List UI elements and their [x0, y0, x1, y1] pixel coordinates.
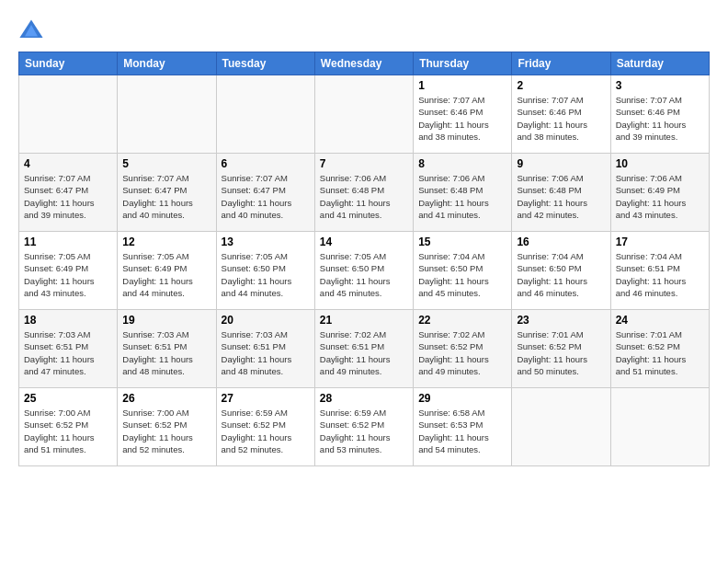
- day-info: Sunrise: 7:06 AM Sunset: 6:48 PM Dayligh…: [320, 172, 408, 221]
- day-info: Sunrise: 7:02 AM Sunset: 6:51 PM Dayligh…: [320, 328, 408, 377]
- calendar-body: 1Sunrise: 7:07 AM Sunset: 6:46 PM Daylig…: [19, 75, 710, 466]
- day-info: Sunrise: 7:06 AM Sunset: 6:48 PM Dayligh…: [517, 172, 605, 221]
- day-number: 4: [24, 157, 112, 170]
- logo-icon: [18, 18, 44, 44]
- calendar-cell: 13Sunrise: 7:05 AM Sunset: 6:50 PM Dayli…: [216, 232, 314, 310]
- calendar-week-2: 4Sunrise: 7:07 AM Sunset: 6:47 PM Daylig…: [19, 154, 710, 232]
- day-number: 29: [418, 392, 506, 405]
- calendar-cell: 14Sunrise: 7:05 AM Sunset: 6:50 PM Dayli…: [314, 232, 413, 310]
- calendar-cell: 2Sunrise: 7:07 AM Sunset: 6:46 PM Daylig…: [512, 75, 610, 154]
- day-info: Sunrise: 7:06 AM Sunset: 6:49 PM Dayligh…: [616, 172, 704, 221]
- day-info: Sunrise: 7:02 AM Sunset: 6:52 PM Dayligh…: [418, 328, 506, 377]
- calendar-cell: 29Sunrise: 6:58 AM Sunset: 6:53 PM Dayli…: [414, 388, 512, 466]
- day-number: 8: [418, 157, 506, 170]
- day-info: Sunrise: 6:59 AM Sunset: 6:52 PM Dayligh…: [222, 407, 310, 455]
- calendar-cell: 5Sunrise: 7:07 AM Sunset: 6:47 PM Daylig…: [118, 154, 216, 232]
- column-header-thursday: Thursday: [414, 52, 512, 75]
- day-info: Sunrise: 7:07 AM Sunset: 6:46 PM Dayligh…: [616, 94, 704, 143]
- calendar-week-3: 11Sunrise: 7:05 AM Sunset: 6:49 PM Dayli…: [19, 232, 710, 310]
- day-info: Sunrise: 7:07 AM Sunset: 6:47 PM Dayligh…: [24, 172, 112, 221]
- day-info: Sunrise: 7:03 AM Sunset: 6:51 PM Dayligh…: [222, 328, 310, 377]
- calendar-cell: 7Sunrise: 7:06 AM Sunset: 6:48 PM Daylig…: [314, 154, 413, 232]
- calendar-week-4: 18Sunrise: 7:03 AM Sunset: 6:51 PM Dayli…: [19, 310, 710, 388]
- day-info: Sunrise: 7:05 AM Sunset: 6:49 PM Dayligh…: [24, 250, 112, 299]
- day-info: Sunrise: 7:05 AM Sunset: 6:49 PM Dayligh…: [122, 250, 210, 299]
- day-info: Sunrise: 7:00 AM Sunset: 6:52 PM Dayligh…: [24, 407, 112, 455]
- logo: [18, 18, 48, 44]
- day-info: Sunrise: 7:06 AM Sunset: 6:48 PM Dayligh…: [418, 172, 506, 221]
- calendar-cell: 26Sunrise: 7:00 AM Sunset: 6:52 PM Dayli…: [118, 388, 216, 466]
- day-number: 1: [418, 79, 506, 92]
- day-info: Sunrise: 7:01 AM Sunset: 6:52 PM Dayligh…: [616, 328, 704, 377]
- calendar-cell: [216, 75, 314, 154]
- calendar-cell: [118, 75, 216, 154]
- day-number: 26: [122, 392, 210, 405]
- calendar-cell: 28Sunrise: 6:59 AM Sunset: 6:52 PM Dayli…: [314, 388, 413, 466]
- calendar-cell: 1Sunrise: 7:07 AM Sunset: 6:46 PM Daylig…: [414, 75, 512, 154]
- column-header-friday: Friday: [512, 52, 610, 75]
- calendar-cell: 27Sunrise: 6:59 AM Sunset: 6:52 PM Dayli…: [216, 388, 314, 466]
- day-number: 27: [222, 392, 310, 405]
- calendar-cell: 17Sunrise: 7:04 AM Sunset: 6:51 PM Dayli…: [610, 232, 709, 310]
- calendar-cell: 23Sunrise: 7:01 AM Sunset: 6:52 PM Dayli…: [512, 310, 610, 388]
- calendar-cell: 19Sunrise: 7:03 AM Sunset: 6:51 PM Dayli…: [118, 310, 216, 388]
- calendar-cell: 16Sunrise: 7:04 AM Sunset: 6:50 PM Dayli…: [512, 232, 610, 310]
- day-number: 25: [24, 392, 112, 405]
- calendar-cell: 8Sunrise: 7:06 AM Sunset: 6:48 PM Daylig…: [414, 154, 512, 232]
- calendar-cell: 3Sunrise: 7:07 AM Sunset: 6:46 PM Daylig…: [610, 75, 709, 154]
- column-header-sunday: Sunday: [19, 52, 118, 75]
- day-number: 15: [418, 236, 506, 248]
- day-number: 13: [222, 236, 310, 248]
- day-number: 14: [320, 236, 408, 248]
- day-info: Sunrise: 7:00 AM Sunset: 6:52 PM Dayligh…: [122, 407, 210, 455]
- column-header-monday: Monday: [118, 52, 216, 75]
- calendar-cell: 11Sunrise: 7:05 AM Sunset: 6:49 PM Dayli…: [19, 232, 118, 310]
- day-info: Sunrise: 7:07 AM Sunset: 6:47 PM Dayligh…: [222, 172, 310, 221]
- day-number: 9: [517, 157, 605, 170]
- calendar-week-5: 25Sunrise: 7:00 AM Sunset: 6:52 PM Dayli…: [19, 388, 710, 466]
- calendar-cell: 21Sunrise: 7:02 AM Sunset: 6:51 PM Dayli…: [314, 310, 413, 388]
- calendar-week-1: 1Sunrise: 7:07 AM Sunset: 6:46 PM Daylig…: [19, 75, 710, 154]
- day-number: 2: [517, 79, 605, 92]
- column-header-wednesday: Wednesday: [314, 52, 413, 75]
- day-number: 6: [222, 157, 310, 170]
- calendar-cell: 25Sunrise: 7:00 AM Sunset: 6:52 PM Dayli…: [19, 388, 118, 466]
- calendar-cell: [512, 388, 610, 466]
- day-info: Sunrise: 7:04 AM Sunset: 6:50 PM Dayligh…: [418, 250, 506, 299]
- calendar-cell: [19, 75, 118, 154]
- calendar-table: SundayMondayTuesdayWednesdayThursdayFrid…: [18, 52, 710, 466]
- day-info: Sunrise: 7:01 AM Sunset: 6:52 PM Dayligh…: [517, 328, 605, 377]
- column-header-saturday: Saturday: [610, 52, 709, 75]
- page-header: [18, 18, 710, 44]
- day-info: Sunrise: 7:07 AM Sunset: 6:47 PM Dayligh…: [122, 172, 210, 221]
- day-number: 20: [222, 314, 310, 327]
- day-info: Sunrise: 7:07 AM Sunset: 6:46 PM Dayligh…: [517, 94, 605, 143]
- day-info: Sunrise: 6:58 AM Sunset: 6:53 PM Dayligh…: [418, 407, 506, 455]
- day-info: Sunrise: 7:07 AM Sunset: 6:46 PM Dayligh…: [418, 94, 506, 143]
- day-number: 3: [616, 79, 704, 92]
- day-number: 24: [616, 314, 704, 327]
- day-info: Sunrise: 7:05 AM Sunset: 6:50 PM Dayligh…: [222, 250, 310, 299]
- day-number: 11: [24, 236, 112, 248]
- day-number: 28: [320, 392, 408, 405]
- day-number: 22: [418, 314, 506, 327]
- calendar-header: SundayMondayTuesdayWednesdayThursdayFrid…: [19, 52, 710, 75]
- day-number: 16: [517, 236, 605, 248]
- calendar-cell: 6Sunrise: 7:07 AM Sunset: 6:47 PM Daylig…: [216, 154, 314, 232]
- day-number: 19: [122, 314, 210, 327]
- day-number: 23: [517, 314, 605, 327]
- calendar-cell: [314, 75, 413, 154]
- calendar-cell: 9Sunrise: 7:06 AM Sunset: 6:48 PM Daylig…: [512, 154, 610, 232]
- calendar-cell: 10Sunrise: 7:06 AM Sunset: 6:49 PM Dayli…: [610, 154, 709, 232]
- day-info: Sunrise: 7:04 AM Sunset: 6:51 PM Dayligh…: [616, 250, 704, 299]
- day-info: Sunrise: 7:05 AM Sunset: 6:50 PM Dayligh…: [320, 250, 408, 299]
- calendar-cell: 18Sunrise: 7:03 AM Sunset: 6:51 PM Dayli…: [19, 310, 118, 388]
- calendar-cell: 24Sunrise: 7:01 AM Sunset: 6:52 PM Dayli…: [610, 310, 709, 388]
- day-info: Sunrise: 7:03 AM Sunset: 6:51 PM Dayligh…: [122, 328, 210, 377]
- day-number: 10: [616, 157, 704, 170]
- calendar-cell: 4Sunrise: 7:07 AM Sunset: 6:47 PM Daylig…: [19, 154, 118, 232]
- day-number: 5: [122, 157, 210, 170]
- calendar-cell: 22Sunrise: 7:02 AM Sunset: 6:52 PM Dayli…: [414, 310, 512, 388]
- day-number: 12: [122, 236, 210, 248]
- day-number: 18: [24, 314, 112, 327]
